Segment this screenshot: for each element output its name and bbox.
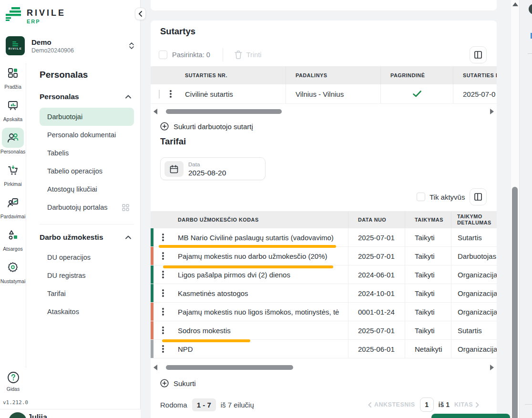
menu-item-atostogu-likuciai[interactable]: Atostogų likučiai (40, 180, 134, 198)
menu-item-du-registras[interactable]: DU registras (40, 266, 134, 285)
sidebar-collapse-button[interactable] (135, 8, 146, 20)
inventory-shapes-icon (7, 229, 19, 241)
contract-nr: Civilinė sutartis (185, 90, 286, 98)
date-filter-field[interactable]: Data 2025-08-20 (160, 157, 266, 180)
menu-item-tabelio-operacijos[interactable]: Tabelio operacijos (40, 162, 134, 180)
menu-item-du-operacijos[interactable]: DU operacijos (40, 248, 134, 266)
hscroll-thumb[interactable] (166, 109, 282, 114)
column-header[interactable]: PADALINYS (286, 66, 380, 84)
only-active-checkbox[interactable] (417, 193, 425, 201)
tariffs-columns-button[interactable] (470, 188, 487, 205)
contract-unit: Vilnius - Vilnius (286, 84, 380, 103)
column-header[interactable]: SUTARTIES DATA (453, 66, 497, 84)
column-header[interactable]: TAIKYMO DETALUMAS (451, 211, 497, 228)
create-contract-link[interactable]: Sukurti darbuotojo sutartį (160, 122, 253, 131)
menu-item-tarifai[interactable]: Tarifai (40, 285, 134, 303)
hscroll-thumb[interactable] (166, 365, 293, 370)
tariff-code: NPD (178, 345, 348, 353)
row-menu-icon[interactable] (162, 271, 164, 278)
rail-item-pirkimai[interactable]: Pirkimai (0, 160, 26, 193)
selected-count: Pasirinkta: 0 (172, 51, 210, 59)
column-header[interactable]: TAIKYMAS (405, 211, 451, 228)
rail-item-pardavimai[interactable]: Pardavimai (0, 193, 26, 225)
create-tariff-link[interactable]: Sukurti (160, 379, 196, 387)
scroll-right-icon[interactable] (490, 365, 494, 370)
menu-item-personalo-dokumentai[interactable]: Personalo dokumentai (40, 126, 134, 144)
row-menu-icon[interactable] (170, 90, 172, 98)
people-icon (7, 132, 19, 143)
tariff-date-from: 2025-07-01 (348, 247, 405, 265)
menu-item-ataskaitos[interactable]: Ataskaitos (40, 303, 134, 321)
next-page-button[interactable]: KITAS (454, 401, 479, 408)
contracts-hscrollbar[interactable] (153, 108, 494, 115)
menu-section-darbo-uzmokestis[interactable]: Darbo užmokestis (40, 233, 134, 242)
select-all-checkbox[interactable] (159, 51, 167, 59)
row-menu-icon[interactable] (162, 326, 164, 334)
menu-item-darbuotojai[interactable]: Darbuotojai (40, 108, 134, 126)
menu-item-darbuotoju-portalas[interactable]: Darbuotojų portalas (40, 198, 134, 216)
rail-label: Pirkimai (4, 181, 21, 187)
row-menu-icon[interactable] (162, 345, 164, 353)
column-header[interactable]: DARBO UŽMOKESČIO KODAS (151, 211, 348, 228)
contracts-columns-button[interactable] (470, 46, 487, 63)
scroll-left-icon[interactable] (153, 109, 157, 114)
rail-item-personalas[interactable]: Personalas (0, 128, 26, 160)
pagination: Rodoma 1 - 7 iš 7 eilučių ANKSTESNIS 1 i… (151, 395, 497, 414)
table-row[interactable]: Ligos pašalpa pirmos dvi (2) dienos 2024… (151, 265, 497, 284)
row-menu-icon[interactable] (162, 308, 164, 316)
vertical-scrollbar[interactable] (511, 0, 519, 418)
row-menu-icon[interactable] (162, 234, 164, 241)
user-bar[interactable]: Julija (0, 409, 141, 418)
table-row[interactable]: Sodros mokestis 2025-07-01 Taikyti Sutar… (151, 321, 497, 340)
rows-total: iš 7 eilučių (221, 401, 254, 409)
rail-item-nustatymai[interactable]: Nustatymai (0, 257, 26, 290)
table-row[interactable]: Pajamų mokestis nuo ligos išmokos, motin… (151, 303, 497, 321)
divider (525, 404, 532, 405)
column-header[interactable]: DATA NUO (348, 211, 405, 228)
current-page-input[interactable]: 1 (420, 398, 434, 412)
tariffs-title: Tarifai (160, 136, 186, 147)
tariff-detail: Organizacija (451, 340, 497, 358)
tariff-date-from: 2024-10-01 (348, 284, 405, 302)
row-checkbox[interactable] (159, 90, 160, 99)
table-row[interactable]: Pajamų mokestis nuo darbo užmokesčio (20… (151, 247, 497, 265)
column-header[interactable]: SUTARTIES NR. (151, 66, 286, 84)
table-row[interactable]: MB Nario Civilinė paslaugų sutartis (vad… (151, 228, 497, 247)
showing-label: Rodoma (160, 401, 187, 409)
tariffs-hscrollbar[interactable] (153, 364, 494, 371)
table-row[interactable]: NPD 2025-06-01 Netaikyti Organizacija (151, 340, 497, 358)
table-row[interactable]: Kasmetinės atostogos 2024-10-01 Taikyti … (151, 284, 497, 303)
column-header[interactable]: PAGRINDINĖ (380, 66, 453, 84)
row-menu-icon[interactable] (162, 252, 164, 260)
annotation-underline (159, 245, 336, 248)
employee-detail-card: Sutartys Pasirinkta: 0 Trinti SUTARTIES … (151, 20, 497, 418)
scroll-left-icon[interactable] (153, 365, 157, 370)
menu-section-personalas[interactable]: Personalas (40, 92, 134, 101)
scroll-right-icon[interactable] (490, 109, 494, 114)
menu-section-label: Personalas (40, 92, 79, 101)
menu-item-tabelis[interactable]: Tabelis (40, 144, 134, 162)
contracts-table-header: SUTARTIES NR. PADALINYS PAGRINDINĖ SUTAR… (151, 66, 497, 84)
table-row[interactable]: Civilinė sutartis Vilnius - Vilnius 2025… (151, 84, 497, 104)
rail-item-pradzia[interactable]: Pradžia (0, 63, 26, 95)
tariffs-table-header: DARBO UŽMOKESČIO KODAS DATA NUO TAIKYMAS… (151, 211, 497, 228)
save-button-partial[interactable] (431, 414, 510, 418)
tariff-detail: Organizacija (451, 265, 497, 284)
calendar-icon (170, 165, 178, 173)
trash-icon[interactable] (235, 51, 242, 59)
rail-item-gidas[interactable]: Gidas (0, 370, 26, 398)
row-menu-icon[interactable] (162, 289, 164, 297)
only-active-label: Tik aktyvūs (430, 193, 465, 201)
rail-item-apskaita[interactable]: Apskaita (0, 95, 26, 128)
tariff-code: Pajamų mokestis nuo ligos išmokos, motin… (178, 308, 348, 316)
vscroll-thumb[interactable] (512, 187, 518, 418)
icon-rail: Pradžia Apskaita Pers (0, 63, 26, 368)
row-status-strip (151, 228, 153, 246)
only-active-filter[interactable]: Tik aktyvūs (417, 193, 465, 201)
prev-page-button[interactable]: ANKSTESNIS (368, 401, 415, 408)
rail-item-atsargos[interactable]: Atsargos (0, 225, 26, 257)
tariff-detail: Sutartis (451, 228, 497, 246)
scroll-up-icon[interactable] (512, 2, 518, 6)
guide-label: Gidas (7, 386, 20, 392)
delete-label[interactable]: Trinti (246, 51, 262, 59)
